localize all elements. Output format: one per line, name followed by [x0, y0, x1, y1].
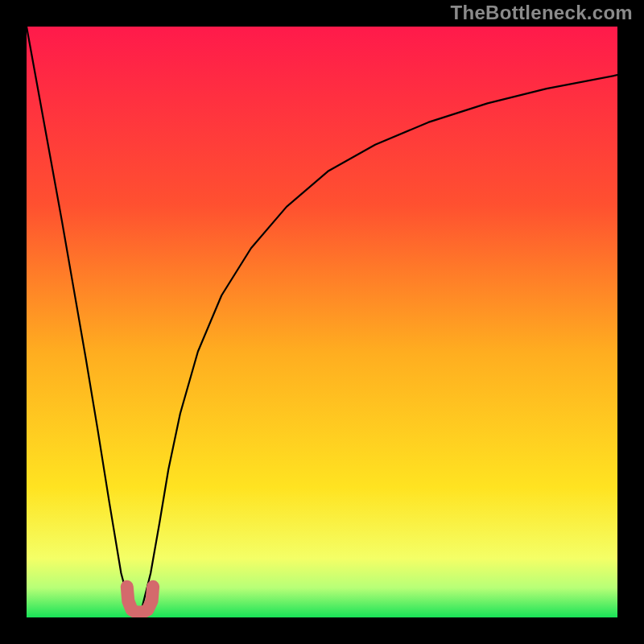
bottleneck-curve — [27, 27, 617, 612]
watermark-text: TheBottleneck.com — [451, 2, 633, 24]
chart-frame: TheBottleneck.com — [0, 0, 644, 644]
plot-area — [27, 27, 617, 617]
curve-layer — [27, 27, 617, 617]
sweet-spot-notch — [127, 587, 153, 613]
